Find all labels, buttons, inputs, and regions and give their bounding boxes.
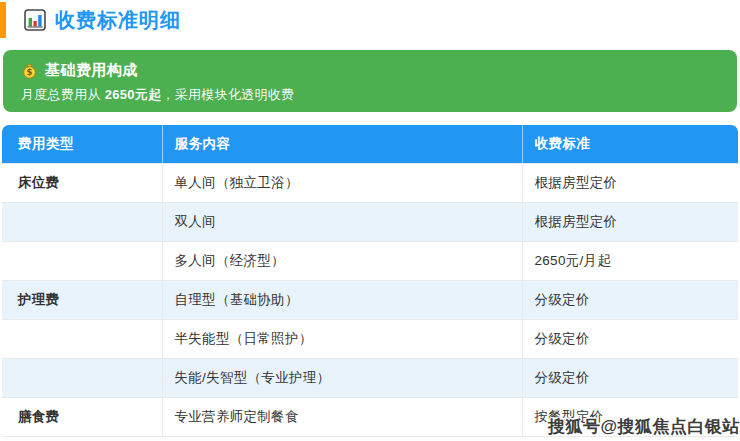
cell-price: 2650元/月起 (522, 241, 738, 280)
bar-chart-icon (24, 9, 46, 31)
cell-service: 专业营养师定制餐食 (162, 397, 522, 436)
table-row: 护理费 自理型（基础协助） 分级定价 (2, 280, 738, 319)
cell-category: 床位费 (2, 163, 162, 202)
cell-category (2, 319, 162, 358)
fee-banner: $ 基础费用构成 月度总费用从 2650元起，采用模块化透明收费 (3, 50, 737, 112)
accent-bar (0, 2, 6, 38)
table-row: 双人间 根据房型定价 (2, 202, 738, 241)
table-row: 失能/失智型（专业护理） 分级定价 (2, 358, 738, 397)
cell-service: 单人间（独立卫浴） (162, 163, 522, 202)
banner-subtitle-suffix: ，采用模块化透明收费 (161, 87, 294, 102)
cell-price: 分级定价 (522, 280, 738, 319)
cell-category (2, 358, 162, 397)
svg-text:$: $ (27, 67, 33, 77)
column-header-fee-type: 费用类型 (2, 125, 162, 163)
page-header: 收费标准明细 (0, 0, 740, 40)
cell-price: 根据房型定价 (522, 202, 738, 241)
cell-service: 自理型（基础协助） (162, 280, 522, 319)
table-header-row: 费用类型 服务内容 收费标准 (2, 125, 738, 163)
banner-subtitle-price: 2650元起 (105, 87, 162, 102)
cell-service: 失能/失智型（专业护理） (162, 358, 522, 397)
cell-category (2, 241, 162, 280)
banner-subtitle: 月度总费用从 2650元起，采用模块化透明收费 (21, 86, 719, 104)
cell-category: 膳食费 (2, 397, 162, 436)
table-row: 床位费 单人间（独立卫浴） 根据房型定价 (2, 163, 738, 202)
cell-service: 半失能型（日常照护） (162, 319, 522, 358)
cell-price: 分级定价 (522, 319, 738, 358)
column-header-service: 服务内容 (162, 125, 522, 163)
banner-title: 基础费用构成 (45, 61, 138, 80)
cell-service: 双人间 (162, 202, 522, 241)
fee-table: 费用类型 服务内容 收费标准 床位费 单人间（独立卫浴） 根据房型定价 双人间 … (2, 125, 738, 437)
table-row: 半失能型（日常照护） 分级定价 (2, 319, 738, 358)
column-header-standard: 收费标准 (522, 125, 738, 163)
watermark: 搜狐号@搜狐焦点白银站 (548, 415, 740, 438)
cell-price: 分级定价 (522, 358, 738, 397)
cell-service: 多人间（经济型） (162, 241, 522, 280)
money-bag-icon: $ (21, 62, 38, 79)
banner-subtitle-prefix: 月度总费用从 (21, 87, 105, 102)
table-row: 多人间（经济型） 2650元/月起 (2, 241, 738, 280)
cell-category: 护理费 (2, 280, 162, 319)
cell-price: 根据房型定价 (522, 163, 738, 202)
page-title: 收费标准明细 (55, 7, 181, 34)
cell-category (2, 202, 162, 241)
